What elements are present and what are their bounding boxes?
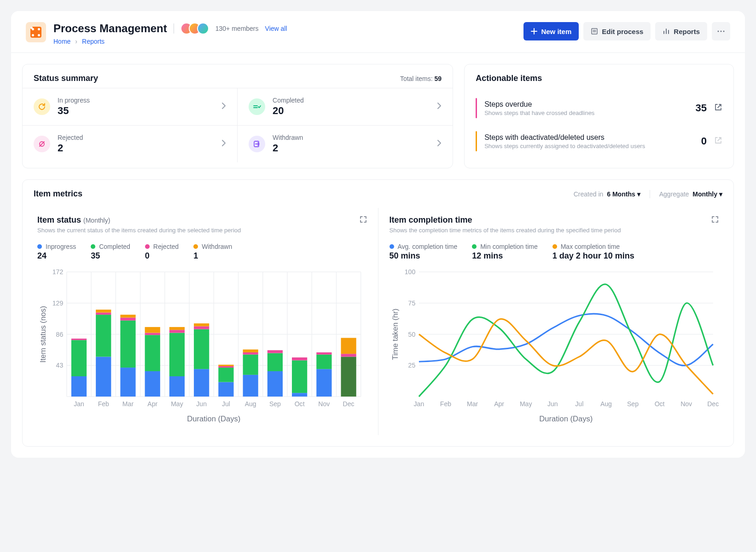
svg-text:Jul: Jul bbox=[575, 400, 583, 408]
svg-rect-20 bbox=[96, 356, 111, 397]
svg-text:Duration (Days): Duration (Days) bbox=[539, 414, 593, 423]
chevron-right-icon bbox=[437, 102, 442, 111]
legend-value: 1 day 2 hour 10 mins bbox=[552, 251, 634, 261]
item-status-title: Item status (Monthly) bbox=[37, 215, 110, 225]
chevron-right-icon: › bbox=[75, 38, 77, 45]
svg-rect-79 bbox=[341, 338, 356, 354]
svg-rect-74 bbox=[316, 352, 331, 355]
dots-icon bbox=[717, 30, 725, 32]
legend-label: Min completion time bbox=[480, 243, 538, 250]
page-title: Process Management bbox=[53, 22, 167, 35]
legend-value: 0 bbox=[145, 251, 179, 261]
svg-text:May: May bbox=[171, 400, 183, 408]
aggregate-dropdown[interactable]: Monthly▾ bbox=[692, 190, 722, 198]
svg-rect-35 bbox=[145, 327, 160, 333]
status-summary-title: Status summary bbox=[34, 74, 98, 83]
actionable-count: 35 bbox=[696, 102, 707, 114]
svg-rect-58 bbox=[243, 352, 258, 355]
svg-rect-62 bbox=[268, 371, 283, 397]
svg-rect-69 bbox=[292, 357, 307, 360]
actionable-title: Actionable items bbox=[476, 74, 542, 83]
edit-process-button[interactable]: Edit process bbox=[583, 22, 651, 40]
breadcrumb: Home › Reports bbox=[53, 38, 516, 45]
svg-text:Sep: Sep bbox=[627, 400, 638, 408]
breadcrumb-home[interactable]: Home bbox=[53, 38, 70, 45]
caret-down-icon: ▾ bbox=[719, 190, 722, 198]
svg-text:Oct: Oct bbox=[654, 400, 664, 408]
legend-value: 12 mins bbox=[472, 251, 538, 261]
more-button[interactable] bbox=[712, 22, 730, 40]
expand-icon[interactable] bbox=[711, 216, 719, 225]
svg-text:50: 50 bbox=[408, 331, 415, 338]
svg-text:Nov: Nov bbox=[318, 400, 330, 408]
avatar bbox=[197, 23, 209, 34]
status-cell-completed[interactable]: Completed 20 bbox=[238, 88, 453, 126]
status-label: Withdrawn bbox=[273, 134, 430, 141]
reports-button[interactable]: Reports bbox=[655, 22, 707, 40]
legend-dot bbox=[472, 244, 477, 249]
svg-rect-51 bbox=[218, 368, 233, 382]
caret-down-icon: ▾ bbox=[637, 190, 640, 198]
status-cell-withdrawn[interactable]: Withdrawn 2 bbox=[238, 126, 453, 162]
svg-rect-46 bbox=[194, 326, 209, 329]
item-status-bar-chart: 4386129172JanFebMarAprMayJunJulAugSepOct… bbox=[37, 267, 367, 426]
legend-dot bbox=[390, 244, 394, 249]
open-external-icon bbox=[714, 136, 722, 146]
member-avatars[interactable] bbox=[180, 23, 209, 34]
svg-text:Apr: Apr bbox=[494, 400, 504, 408]
svg-rect-21 bbox=[96, 315, 111, 356]
svg-text:Nov: Nov bbox=[680, 400, 692, 408]
svg-point-1 bbox=[718, 31, 719, 32]
item-metrics-card: Item metrics Created in 6 Months▾ Aggreg… bbox=[22, 179, 734, 447]
legend-value: 50 mins bbox=[390, 251, 458, 261]
svg-text:86: 86 bbox=[56, 331, 64, 338]
new-item-button[interactable]: New item bbox=[523, 22, 579, 40]
open-external-icon[interactable] bbox=[714, 103, 722, 113]
actionable-item[interactable]: Steps with deactivated/deleted users Sho… bbox=[476, 125, 722, 158]
actionable-item[interactable]: Steps overdue Shows steps that have cros… bbox=[476, 92, 722, 125]
svg-text:Jun: Jun bbox=[196, 400, 207, 408]
status-label: Rejected bbox=[58, 134, 214, 141]
view-all-link[interactable]: View all bbox=[265, 25, 287, 32]
status-cell-in-progress[interactable]: In progress 35 bbox=[23, 88, 238, 126]
bar-chart-icon bbox=[663, 28, 670, 35]
status-summary-card: Status summary Total items: 59 In progre… bbox=[22, 64, 453, 168]
legend-label: Rejected bbox=[153, 243, 179, 250]
breadcrumb-reports[interactable]: Reports bbox=[82, 38, 105, 45]
legend-dot bbox=[91, 244, 95, 249]
legend-item: Max completion time 1 day 2 hour 10 mins bbox=[552, 243, 634, 261]
actionable-subtitle: Shows steps that have crossed deadlines bbox=[484, 109, 688, 116]
svg-text:Feb: Feb bbox=[98, 400, 109, 408]
svg-rect-0 bbox=[592, 29, 597, 34]
svg-rect-77 bbox=[341, 356, 356, 397]
svg-rect-17 bbox=[71, 339, 87, 340]
item-metrics-title: Item metrics bbox=[34, 189, 82, 199]
item-status-chart-panel: Item status (Monthly) Shows the current … bbox=[34, 208, 378, 435]
new-item-label: New item bbox=[541, 28, 571, 35]
created-in-dropdown[interactable]: 6 Months▾ bbox=[607, 190, 640, 198]
svg-text:May: May bbox=[519, 400, 532, 408]
legend-label: Avg. completion time bbox=[398, 243, 458, 250]
svg-text:Apr: Apr bbox=[147, 400, 157, 408]
svg-text:Jul: Jul bbox=[222, 400, 230, 408]
svg-rect-64 bbox=[268, 350, 283, 353]
legend-label: Inprogress bbox=[46, 243, 76, 250]
status-value: 35 bbox=[58, 105, 214, 117]
svg-text:Jun: Jun bbox=[547, 400, 558, 408]
chevron-right-icon bbox=[221, 102, 226, 111]
svg-text:Mar: Mar bbox=[466, 400, 478, 408]
svg-text:Dec: Dec bbox=[343, 400, 355, 408]
refresh-icon bbox=[34, 98, 50, 115]
expand-icon[interactable] bbox=[360, 216, 367, 225]
legend-dot bbox=[37, 244, 42, 249]
svg-text:172: 172 bbox=[52, 268, 64, 276]
svg-rect-15 bbox=[71, 376, 87, 397]
status-cell-rejected[interactable]: Rejected 2 bbox=[23, 126, 238, 162]
status-value: 2 bbox=[273, 142, 430, 154]
svg-text:Item status (nos): Item status (nos) bbox=[39, 306, 47, 363]
svg-text:Duration (Days): Duration (Days) bbox=[187, 414, 240, 423]
actionable-title: Steps overdue bbox=[484, 100, 688, 109]
legend-label: Max completion time bbox=[561, 243, 620, 250]
legend-dot bbox=[552, 244, 557, 249]
svg-rect-33 bbox=[145, 335, 160, 371]
